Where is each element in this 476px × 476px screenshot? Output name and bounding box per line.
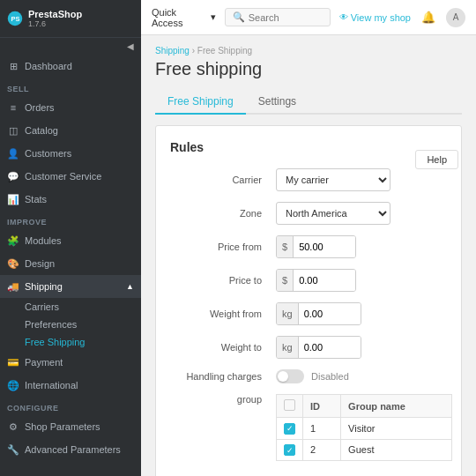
sidebar-item-international[interactable]: 🌐 International (0, 374, 141, 397)
view-shop-link[interactable]: 👁 View my shop (339, 12, 411, 23)
topbar-left: Quick Access ▾ 🔍 (152, 7, 331, 28)
weight-to-unit: kg (277, 337, 299, 358)
carrier-select[interactable]: My carrier All carriers (276, 168, 390, 191)
handling-charges-toggle[interactable] (276, 369, 304, 383)
sidebar-section-improve: IMPROVE (0, 211, 141, 229)
group-row-1-name: Visitor (341, 418, 452, 440)
notifications-icon[interactable]: 🔔 (420, 9, 437, 26)
sidebar-item-modules[interactable]: 🧩 Modules (0, 229, 141, 252)
advanced-params-icon: 🔧 (7, 443, 19, 456)
zone-select[interactable]: North America Europe Asia (276, 202, 390, 225)
group-col-name: Group name (341, 395, 452, 418)
carrier-control: My carrier All carriers (276, 168, 390, 191)
tab-free-shipping[interactable]: Free Shipping (155, 90, 246, 115)
view-shop-icon: 👁 (339, 12, 348, 22)
dashboard-icon: ⊞ (7, 60, 19, 72)
page-title: Free shipping (155, 59, 462, 79)
sidebar-item-dashboard[interactable]: ⊞ Dashboard (0, 55, 141, 78)
price-from-input[interactable] (294, 236, 355, 257)
sidebar: PS PrestaShop 1.7.6 ◀ ⊞ Dashboard SELL ≡… (0, 0, 141, 476)
table-row: ✓ 1 Visitor (277, 418, 452, 440)
group-row-2-check-cell: ✓ (277, 439, 303, 461)
group-select-all-checkbox[interactable] (284, 399, 295, 411)
price-to-currency: $ (277, 270, 294, 291)
orders-icon: ≡ (7, 101, 19, 114)
zone-row: Zone North America Europe Asia (170, 202, 447, 225)
weight-from-row: Weight from kg (170, 302, 447, 325)
breadcrumb-free-shipping: Free Shipping (197, 46, 252, 56)
view-shop-label: View my shop (351, 12, 411, 23)
carrier-label: Carrier (170, 175, 276, 185)
sidebar-item-free-shipping[interactable]: Free Shipping (18, 333, 141, 351)
weight-to-label: Weight to (170, 342, 276, 353)
price-to-input[interactable] (294, 270, 355, 291)
quick-access-arrow: ▾ (211, 11, 216, 23)
price-to-row: Price to $ (170, 269, 447, 292)
help-button[interactable]: Help (415, 150, 458, 169)
design-icon: 🎨 (7, 257, 19, 270)
price-from-currency: $ (277, 236, 294, 257)
main-content: Quick Access ▾ 🔍 👁 View my shop 🔔 A Help… (141, 0, 476, 476)
rules-panel: Rules Carrier My carrier All carriers Zo… (155, 125, 462, 476)
payment-icon: 💳 (7, 356, 19, 368)
price-from-row: Price from $ (170, 235, 447, 258)
tab-settings[interactable]: Settings (246, 90, 309, 115)
sidebar-toggle[interactable]: ◀ (0, 38, 141, 55)
weight-from-unit: kg (277, 303, 299, 324)
weight-from-input[interactable] (299, 303, 361, 324)
sidebar-item-orders[interactable]: ≡ Orders (0, 96, 141, 119)
sidebar-item-preferences[interactable]: Preferences (18, 316, 141, 333)
sidebar-item-label: Dashboard (25, 61, 72, 71)
sidebar-item-design[interactable]: 🎨 Design (0, 252, 141, 275)
international-icon: 🌐 (7, 379, 19, 391)
content-area: Help Shipping › Free Shipping Free shipp… (141, 35, 476, 476)
group-row-1-checkbox[interactable]: ✓ (284, 423, 295, 435)
avatar[interactable]: A (446, 8, 465, 27)
sidebar-item-shipping[interactable]: 🚚 Shipping ▲ (0, 275, 141, 298)
breadcrumb: Shipping › Free Shipping (155, 46, 462, 56)
group-table-header: ID Group name (277, 395, 452, 418)
sidebar-section-configure: CONFIGURE (0, 397, 141, 415)
weight-from-control: kg (276, 302, 361, 325)
stats-icon: 📊 (7, 193, 19, 205)
price-from-control: $ (276, 235, 356, 258)
price-from-input-group: $ (276, 235, 356, 258)
group-col-check (277, 395, 303, 418)
weight-to-input-group: kg (276, 336, 361, 359)
sidebar-item-payment[interactable]: 💳 Payment (0, 351, 141, 374)
logo-text: PrestaShop (28, 9, 82, 19)
customer-service-icon: 💬 (7, 170, 19, 182)
search-icon: 🔍 (233, 11, 245, 23)
carrier-row: Carrier My carrier All carriers (170, 168, 447, 191)
shipping-icon: 🚚 (7, 280, 19, 293)
zone-control: North America Europe Asia (276, 202, 390, 225)
weight-to-input[interactable] (299, 337, 361, 358)
search-input[interactable] (249, 12, 328, 23)
weight-from-label: Weight from (170, 309, 276, 319)
zone-label: Zone (170, 208, 276, 219)
sidebar-item-customers[interactable]: 👤 Customers (0, 142, 141, 165)
sidebar-item-customer-service[interactable]: 💬 Customer Service (0, 165, 141, 188)
breadcrumb-shipping[interactable]: Shipping (155, 46, 190, 56)
handling-charges-label: Handling charges (170, 371, 276, 382)
sidebar-item-shop-parameters[interactable]: ⚙ Shop Parameters (0, 415, 141, 438)
modules-icon: 🧩 (7, 234, 19, 247)
weight-to-control: kg (276, 336, 361, 359)
price-from-label: Price from (170, 242, 276, 252)
group-row-2-checkbox[interactable]: ✓ (284, 444, 295, 456)
weight-to-row: Weight to kg (170, 336, 447, 359)
table-row: ✓ 2 Guest (277, 439, 452, 461)
quick-access-menu[interactable]: Quick Access ▾ (152, 7, 216, 28)
handling-charges-row: Handling charges Disabled (170, 369, 447, 383)
group-label: group (170, 394, 276, 405)
sidebar-item-advanced-parameters[interactable]: 🔧 Advanced Parameters (0, 438, 141, 461)
price-to-input-group: $ (276, 269, 356, 292)
toggle-knob (278, 371, 288, 382)
sidebar-section-sell: SELL (0, 78, 141, 96)
sidebar-item-carriers[interactable]: Carriers (18, 298, 141, 316)
sidebar-item-stats[interactable]: 📊 Stats (0, 188, 141, 211)
search-bar[interactable]: 🔍 (225, 8, 331, 26)
handling-charges-control: Disabled (276, 369, 349, 383)
sidebar-item-catalog[interactable]: ◫ Catalog (0, 119, 141, 142)
logo-version: 1.7.6 (28, 19, 82, 28)
